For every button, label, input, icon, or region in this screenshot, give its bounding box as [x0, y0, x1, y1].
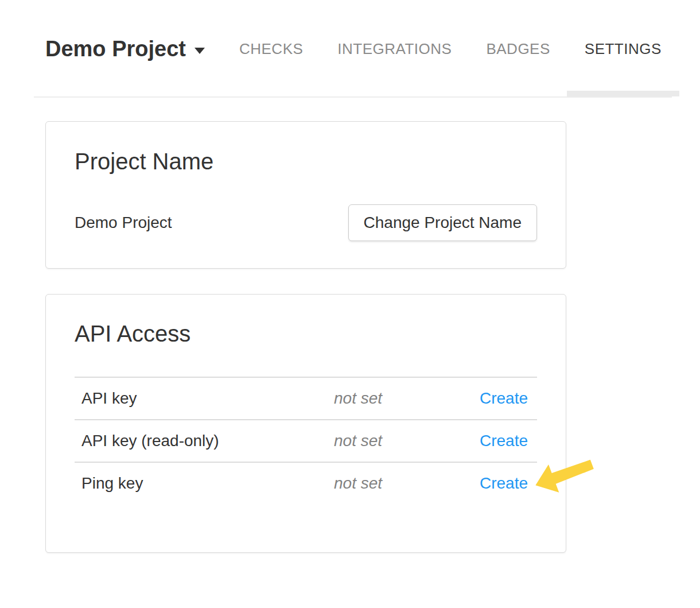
tab-settings[interactable]: SETTINGS — [585, 0, 662, 98]
tab-badges-label: BADGES — [486, 40, 550, 58]
api-key-action-cell: Create — [466, 389, 537, 408]
annotation-arrow-icon — [532, 454, 597, 501]
settings-active-tab-indicator — [567, 91, 679, 96]
current-project-name: Demo Project — [75, 214, 172, 232]
project-name-row: Demo Project Change Project Name — [75, 204, 537, 241]
ping-key-label: Ping key — [75, 474, 334, 493]
tab-checks[interactable]: CHECKS — [239, 0, 303, 98]
header-divider — [34, 96, 672, 98]
top-nav: Demo Project CHECKS INTEGRATIONS BADGES … — [45, 0, 662, 98]
project-switcher-dropdown[interactable]: Demo Project — [45, 0, 205, 98]
project-name-card-title: Project Name — [75, 148, 537, 175]
create-ping-key-link[interactable]: Create — [480, 474, 528, 492]
change-project-name-button[interactable]: Change Project Name — [348, 204, 537, 241]
create-api-key-link[interactable]: Create — [480, 389, 528, 407]
api-key-readonly-row: API key (read-only) not set Create — [75, 419, 537, 462]
chevron-down-icon — [195, 48, 205, 54]
api-key-label: API key — [75, 389, 334, 408]
ping-key-action-cell: Create — [466, 474, 537, 493]
ping-key-row: Ping key not set Create — [75, 462, 537, 504]
page-header: Demo Project CHECKS INTEGRATIONS BADGES … — [0, 0, 700, 98]
api-key-readonly-action-cell: Create — [466, 432, 537, 450]
api-key-readonly-label: API key (read-only) — [75, 432, 334, 450]
api-access-card: API Access API key not set Create API ke… — [45, 294, 566, 553]
project-name-card: Project Name Demo Project Change Project… — [45, 121, 566, 269]
ping-key-value: not set — [334, 474, 466, 493]
tab-checks-label: CHECKS — [239, 40, 303, 58]
tab-settings-label: SETTINGS — [585, 40, 662, 58]
tab-integrations[interactable]: INTEGRATIONS — [337, 0, 452, 98]
api-keys-table: API key not set Create API key (read-onl… — [75, 377, 537, 504]
api-access-card-title: API Access — [75, 320, 537, 347]
api-key-value: not set — [334, 389, 466, 408]
api-key-readonly-value: not set — [334, 432, 466, 450]
tab-badges[interactable]: BADGES — [486, 0, 550, 98]
api-key-row: API key not set Create — [75, 377, 537, 419]
create-api-key-readonly-link[interactable]: Create — [480, 432, 528, 450]
annotation-arrow-shape — [532, 454, 597, 498]
tab-integrations-label: INTEGRATIONS — [337, 40, 452, 58]
project-switcher-label: Demo Project — [45, 37, 186, 61]
